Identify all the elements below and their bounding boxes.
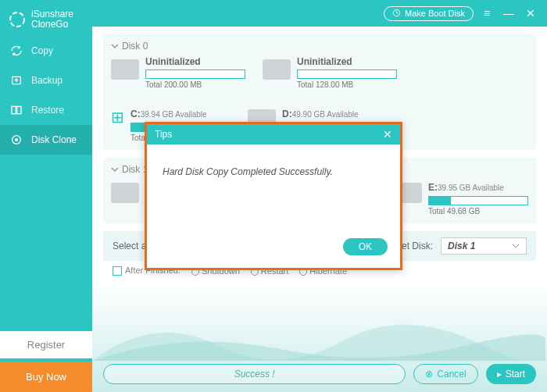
dialog-title: Tips — [155, 129, 172, 140]
tips-dialog: Tips ✕ Hard Disk Copy Completed Successf… — [145, 122, 402, 270]
dialog-message: Hard Disk Copy Completed Successfully. — [147, 144, 400, 238]
dialog-close-icon[interactable]: ✕ — [383, 128, 392, 141]
modal-overlay: Tips ✕ Hard Disk Copy Completed Successf… — [0, 0, 547, 392]
ok-button[interactable]: OK — [343, 238, 388, 255]
